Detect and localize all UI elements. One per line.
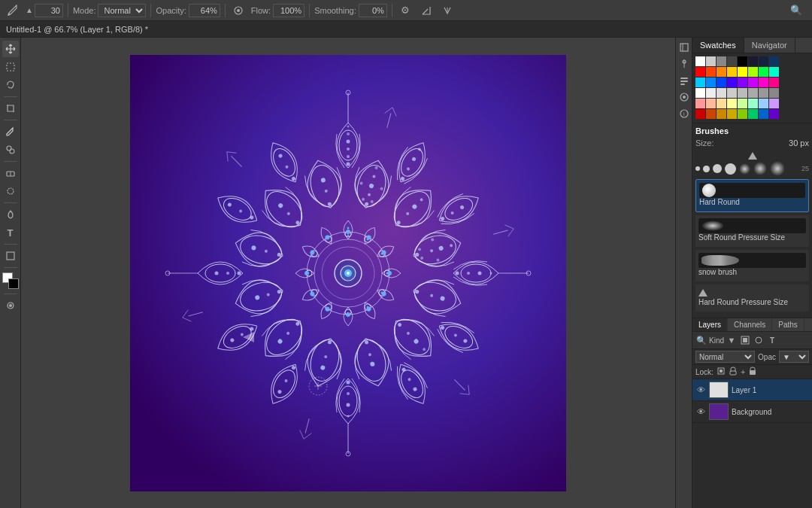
color-swatch[interactable] xyxy=(738,109,747,119)
shape-tool[interactable] xyxy=(2,248,19,264)
layer-eye-1[interactable]: 👁 xyxy=(695,406,706,417)
settings-icon[interactable]: ⚙ xyxy=(397,2,414,19)
opacity-select[interactable]: ▼ xyxy=(779,351,809,363)
layers-filter-icon[interactable]: ▼ xyxy=(726,334,738,346)
tab-layers[interactable]: Layers xyxy=(692,318,728,331)
color-swatch[interactable] xyxy=(769,88,779,98)
info-icon[interactable]: i xyxy=(677,107,691,120)
color-swatch[interactable] xyxy=(717,109,726,119)
layers-adjustment-icon[interactable] xyxy=(753,334,765,346)
symmetry-icon[interactable] xyxy=(439,2,456,19)
color-swatch[interactable] xyxy=(695,78,705,87)
angle-icon[interactable] xyxy=(418,2,435,19)
color-swatch[interactable] xyxy=(738,56,747,66)
color-swatch[interactable] xyxy=(717,88,726,98)
move-tool[interactable] xyxy=(2,41,19,57)
quick-mask-tool[interactable] xyxy=(2,297,19,314)
flow-input[interactable]: 100% xyxy=(273,4,304,17)
color-swatch[interactable] xyxy=(706,99,716,108)
color-swatch[interactable] xyxy=(727,88,737,98)
color-swatch[interactable] xyxy=(695,88,705,98)
layers-search-icon[interactable]: 🔍 xyxy=(695,334,707,346)
brush-preset-hard-round-pressure[interactable]: Hard Round Pressure Size xyxy=(695,284,809,312)
color-swatch[interactable] xyxy=(706,78,716,87)
mode-select[interactable]: Normal xyxy=(98,4,146,17)
lasso-tool[interactable] xyxy=(2,77,19,93)
color-swatch[interactable] xyxy=(695,56,705,66)
color-swatch[interactable] xyxy=(748,67,758,77)
pen-tool[interactable] xyxy=(2,206,19,223)
crop-tool[interactable] xyxy=(2,100,19,117)
color-swatch[interactable] xyxy=(706,56,716,66)
color-swatch[interactable] xyxy=(759,56,768,66)
color-swatch[interactable] xyxy=(717,78,726,87)
opacity-input[interactable]: 64% xyxy=(189,4,220,17)
layer-eye-0[interactable]: 👁 xyxy=(695,385,706,395)
color-swatch[interactable] xyxy=(748,99,758,108)
lock-pixels-icon[interactable] xyxy=(717,367,726,377)
effects-icon[interactable] xyxy=(677,90,691,104)
brush-size-input[interactable]: 30 xyxy=(35,4,63,17)
layers-type-icon[interactable]: T xyxy=(766,334,778,346)
color-swatch[interactable] xyxy=(717,56,726,66)
clone-tool[interactable] xyxy=(2,141,19,158)
color-swatch[interactable] xyxy=(2,272,19,289)
adjustments-icon[interactable] xyxy=(677,57,691,71)
color-swatch[interactable] xyxy=(738,88,747,98)
brush-icon[interactable] xyxy=(5,2,21,19)
color-swatch[interactable] xyxy=(769,78,779,87)
color-swatch[interactable] xyxy=(706,109,716,119)
color-swatch[interactable] xyxy=(759,67,768,77)
layer-item-0[interactable]: 👁 Layer 1 xyxy=(692,379,812,401)
smoothing-input[interactable]: 0% xyxy=(359,4,387,17)
color-swatch[interactable] xyxy=(748,56,758,66)
color-swatch[interactable] xyxy=(769,67,779,77)
color-swatch[interactable] xyxy=(706,88,716,98)
airbrush-icon[interactable] xyxy=(230,2,247,19)
color-swatch[interactable] xyxy=(727,78,737,87)
color-swatch[interactable] xyxy=(759,78,768,87)
color-swatch[interactable] xyxy=(738,99,747,108)
lock-all-icon[interactable] xyxy=(748,367,757,377)
brush-preset-snow[interactable]: snow brush xyxy=(695,250,809,281)
blend-mode-select[interactable]: Normal xyxy=(695,351,755,363)
blur-tool[interactable] xyxy=(2,183,19,199)
color-swatch[interactable] xyxy=(738,67,747,77)
color-swatch[interactable] xyxy=(727,109,737,119)
color-swatch[interactable] xyxy=(695,99,705,108)
lock-move-icon[interactable]: + xyxy=(741,367,745,376)
properties-icon[interactable] xyxy=(677,74,691,87)
color-swatch[interactable] xyxy=(769,109,779,119)
color-swatch[interactable] xyxy=(759,109,768,119)
layer-item-1[interactable]: 👁 Background xyxy=(692,401,812,423)
select-tool[interactable] xyxy=(2,59,19,75)
color-swatch[interactable] xyxy=(748,88,758,98)
color-swatch[interactable] xyxy=(727,56,737,66)
color-swatch[interactable] xyxy=(695,109,705,119)
color-swatch[interactable] xyxy=(717,99,726,108)
color-swatch[interactable] xyxy=(738,78,747,87)
color-swatch[interactable] xyxy=(695,67,705,77)
tab-swatches[interactable]: Swatches xyxy=(692,38,744,53)
brush-preset-soft-round[interactable]: Soft Round Pressure Size xyxy=(695,215,809,247)
tab-navigator[interactable]: Navigator xyxy=(744,38,795,53)
color-swatch[interactable] xyxy=(759,88,768,98)
main-canvas[interactable] xyxy=(130,55,566,491)
tab-channels[interactable]: Channels xyxy=(728,318,772,331)
color-swatch[interactable] xyxy=(727,67,737,77)
lock-pos-icon[interactable] xyxy=(729,367,738,377)
search-top-icon[interactable]: 🔍 xyxy=(788,2,804,19)
color-swatch[interactable] xyxy=(706,67,716,77)
brush-tool[interactable] xyxy=(2,123,19,140)
eraser-tool[interactable] xyxy=(2,165,19,181)
color-swatch[interactable] xyxy=(759,99,768,108)
color-swatch[interactable] xyxy=(748,109,758,119)
layers-pixel-icon[interactable] xyxy=(739,334,751,346)
tab-paths[interactable]: Paths xyxy=(772,318,804,331)
text-tool[interactable]: T xyxy=(2,224,19,241)
color-swatch[interactable] xyxy=(727,99,737,108)
brush-preset-hard-round[interactable]: Hard Round xyxy=(695,179,809,212)
history-icon[interactable] xyxy=(677,41,691,54)
color-swatch[interactable] xyxy=(717,67,726,77)
color-swatch[interactable] xyxy=(769,56,779,66)
